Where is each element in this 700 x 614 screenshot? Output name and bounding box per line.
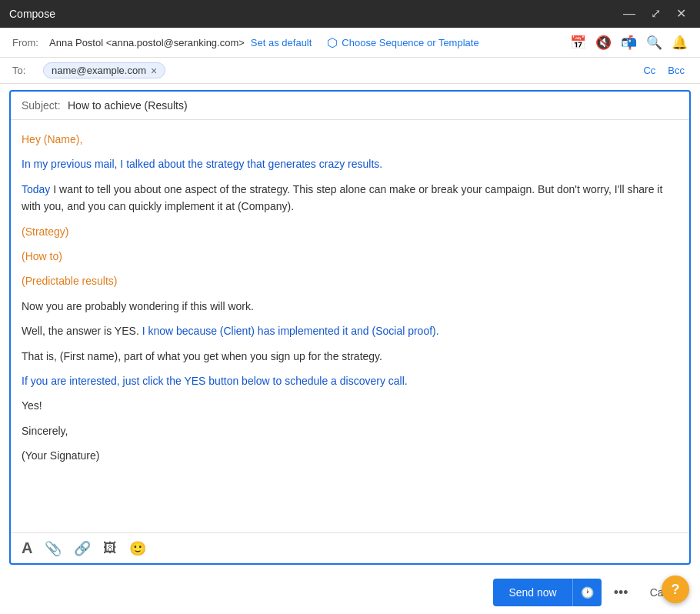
- sequence-icon: ⬡: [327, 35, 338, 50]
- email-body-container: Subject: Hey (Name), In my previous mail…: [9, 90, 691, 565]
- seq-template-button[interactable]: ⬡ Choose Sequence or Template: [327, 35, 478, 50]
- recipient-chip: name@example.com ×: [43, 62, 165, 78]
- body-predictable: (Predictable results): [22, 272, 678, 289]
- attachment-icon[interactable]: 📎: [45, 540, 62, 557]
- compose-title: Compose: [9, 8, 55, 20]
- recipient-email: name@example.com: [52, 65, 146, 76]
- calendar-icon[interactable]: 📅: [570, 35, 586, 51]
- body-para1: In my previous mail, I talked about the …: [22, 155, 678, 172]
- minimize-button[interactable]: —: [618, 6, 640, 22]
- to-row: To: name@example.com × Cc Bcc: [0, 58, 700, 84]
- help-icon: ?: [672, 582, 680, 598]
- subject-label: Subject:: [22, 99, 68, 112]
- seq-template-label: Choose Sequence or Template: [342, 37, 478, 48]
- cc-bcc-area: Cc Bcc: [640, 63, 688, 78]
- cc-button[interactable]: Cc: [640, 63, 658, 78]
- mute-icon[interactable]: 🔇: [595, 35, 612, 51]
- title-bar-left: Compose: [9, 8, 55, 20]
- title-bar: Compose — ⤢ ✕: [0, 0, 700, 28]
- help-bubble[interactable]: ?: [662, 576, 689, 603]
- body-para4: Well, the answer is YES. I know because …: [22, 322, 678, 339]
- subject-input[interactable]: [68, 99, 678, 112]
- send-schedule-button[interactable]: 🕐: [572, 579, 602, 606]
- body-sincerely: Sincerely,: [22, 422, 678, 439]
- body-howto: (How to): [22, 248, 678, 265]
- email-body[interactable]: Hey (Name), In my previous mail, I talke…: [11, 120, 689, 532]
- link-icon[interactable]: 🔗: [74, 540, 91, 557]
- body-strategy: (Strategy): [22, 223, 678, 240]
- compose-toolbar: A 📎 🔗 🖼 🙂: [11, 532, 689, 563]
- body-para5: That is, (First name), part of what you …: [22, 348, 678, 365]
- emoji-icon[interactable]: 🙂: [129, 540, 146, 557]
- from-address: Anna Postol <anna.postol@seranking.com>: [49, 37, 245, 48]
- inbox-icon[interactable]: 📬: [621, 35, 637, 51]
- from-label: From:: [12, 37, 43, 48]
- schedule-clock-icon: 🕐: [581, 586, 594, 599]
- maximize-button[interactable]: ⤢: [646, 6, 665, 22]
- bottom-bar: Send now 🕐 ••• Can...: [0, 571, 700, 614]
- search-icon[interactable]: 🔍: [646, 35, 662, 51]
- notification-icon[interactable]: 🔔: [672, 35, 688, 51]
- close-button[interactable]: ✕: [672, 6, 691, 22]
- body-para3: Now you are probably wondering if this w…: [22, 298, 678, 315]
- body-para6: If you are interested, just click the YE…: [22, 372, 678, 389]
- font-format-icon[interactable]: A: [22, 539, 32, 557]
- bcc-button[interactable]: Bcc: [665, 63, 688, 78]
- send-now-button[interactable]: Send now: [493, 579, 572, 606]
- body-para2: Today I want to tell you about one aspec…: [22, 181, 678, 215]
- header-icons: 📅 🔇 📬 🔍 🔔: [570, 35, 688, 51]
- body-yes: Yes!: [22, 397, 678, 414]
- body-greeting: Hey (Name),: [22, 131, 678, 148]
- subject-row: Subject:: [11, 92, 689, 120]
- body-signature: (Your Signature): [22, 447, 678, 464]
- more-options-button[interactable]: •••: [608, 580, 635, 606]
- send-button-group: Send now 🕐: [493, 579, 601, 606]
- compose-wrapper: From: Anna Postol <anna.postol@seranking…: [0, 28, 700, 614]
- image-icon[interactable]: 🖼: [103, 540, 117, 556]
- to-label: To:: [12, 65, 43, 76]
- remove-recipient-button[interactable]: ×: [151, 65, 157, 76]
- set-default-link[interactable]: Set as default: [251, 37, 312, 48]
- from-row: From: Anna Postol <anna.postol@seranking…: [0, 28, 700, 58]
- title-bar-controls: — ⤢ ✕: [618, 6, 691, 22]
